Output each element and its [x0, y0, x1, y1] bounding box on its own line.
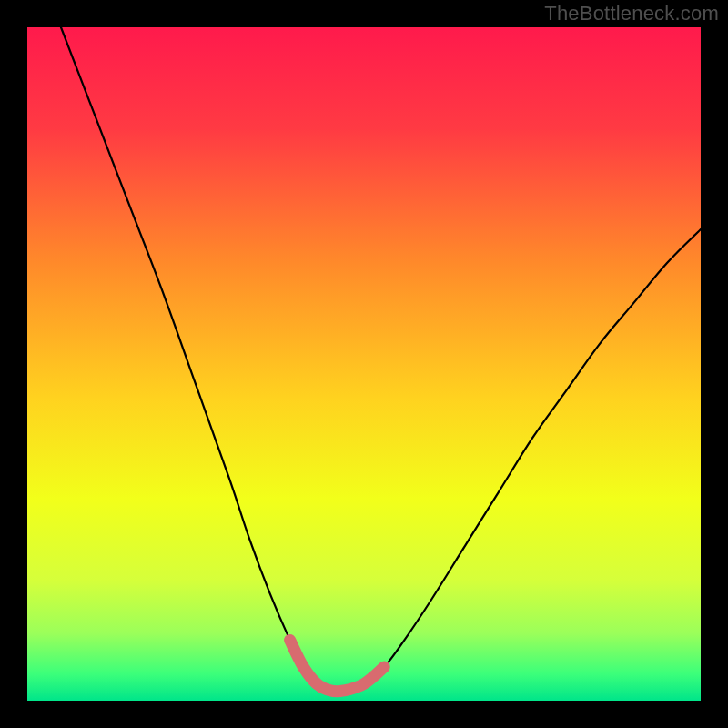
gradient-background	[27, 27, 701, 701]
watermark-text: TheBottleneck.com	[544, 2, 719, 25]
plot-svg	[27, 27, 701, 701]
chart-frame: TheBottleneck.com	[0, 0, 728, 728]
bottleneck-plot	[27, 27, 701, 701]
